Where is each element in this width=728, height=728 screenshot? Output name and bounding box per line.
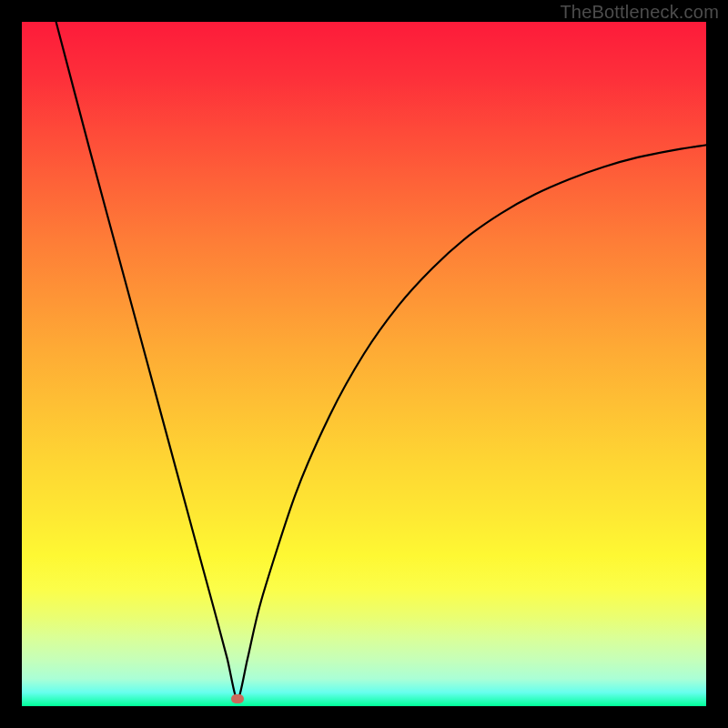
curve-svg: [22, 22, 706, 706]
attribution-text: TheBottleneck.com: [560, 2, 719, 23]
chart-frame: TheBottleneck.com: [0, 0, 728, 728]
optimum-marker: [231, 694, 244, 703]
plot-area: [22, 22, 706, 706]
bottleneck-curve: [56, 22, 706, 699]
